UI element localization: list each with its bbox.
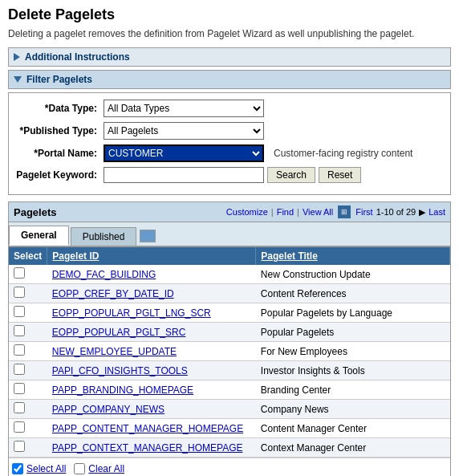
data-type-control: All Data Types Content Reference Navigat… bbox=[104, 100, 444, 117]
pagelets-title: Pagelets bbox=[14, 206, 56, 218]
published-type-label: *Published Type: bbox=[15, 125, 104, 136]
additional-instructions-header[interactable]: Additional Instructions bbox=[8, 47, 451, 67]
pagination: First 1-10 of 29 ▶ Last bbox=[355, 207, 445, 218]
pagelet-id-link[interactable]: NEW_EMPLOYEE_UPDATE bbox=[52, 346, 177, 357]
row-checkbox[interactable] bbox=[14, 421, 25, 433]
table-row: PAPI_CFO_INSIGHTS_TOOLS Investor Insight… bbox=[9, 361, 450, 380]
pagelet-id-link[interactable]: PAPP_CONTEXT_MANAGER_HOMEPAGE bbox=[52, 442, 243, 454]
row-checkbox-cell bbox=[9, 303, 47, 323]
row-checkbox-cell bbox=[9, 284, 47, 303]
col-pagelet-id-header: Pagelet ID bbox=[47, 247, 256, 265]
table-row: PAPP_CONTEXT_MANAGER_HOMEPAGE Context Ma… bbox=[9, 438, 450, 458]
published-type-select[interactable]: All Pagelets Published Unpublished bbox=[104, 122, 264, 140]
collapse-icon-additional bbox=[14, 53, 20, 61]
select-all-link[interactable]: Select All bbox=[26, 463, 66, 474]
row-checkbox[interactable] bbox=[14, 441, 25, 452]
data-type-select[interactable]: All Data Types Content Reference Navigat… bbox=[104, 100, 264, 117]
first-page-link[interactable]: First bbox=[355, 207, 372, 217]
row-checkbox[interactable] bbox=[14, 383, 25, 394]
view-all-link[interactable]: View All bbox=[303, 207, 333, 217]
tabs-row: General Published bbox=[9, 222, 450, 247]
reset-button[interactable]: Reset bbox=[319, 167, 361, 183]
row-pagelet-title: Popular Pagelets bbox=[256, 323, 450, 342]
pagelet-id-sort-link[interactable]: Pagelet ID bbox=[52, 250, 99, 262]
tab-general[interactable]: General bbox=[9, 226, 69, 246]
pagelet-title-sort-link[interactable]: Pagelet Title bbox=[261, 250, 317, 262]
pagelet-id-link[interactable]: DEMO_FAC_BUILDING bbox=[52, 269, 156, 280]
row-pagelet-id: EOPP_POPULAR_PGLT_LNG_SCR bbox=[47, 303, 256, 323]
row-checkbox-cell bbox=[9, 361, 47, 380]
table-row: EOPP_POPULAR_PGLT_SRC Popular Pagelets bbox=[9, 323, 450, 342]
pagelet-id-link[interactable]: PAPI_CFO_INSIGHTS_TOOLS bbox=[52, 365, 188, 376]
row-checkbox-cell bbox=[9, 342, 47, 361]
pagelets-header: Pagelets Customize | Find | View All ⊞ F… bbox=[9, 202, 450, 222]
row-checkbox-cell bbox=[9, 419, 47, 438]
clear-all-group: Clear All bbox=[74, 463, 124, 474]
row-checkbox[interactable] bbox=[14, 402, 25, 413]
clear-all-link[interactable]: Clear All bbox=[88, 463, 124, 474]
pagelets-table: Select Pagelet ID Pagelet Title DEMO_FAC… bbox=[9, 247, 450, 458]
pagelet-id-link[interactable]: PAPP_COMPANY_NEWS bbox=[52, 404, 165, 415]
row-pagelet-title: Investor Insights & Tools bbox=[256, 361, 450, 380]
last-page-link[interactable]: Last bbox=[429, 207, 445, 217]
pagelet-id-link[interactable]: EOPP_POPULAR_PGLT_SRC bbox=[52, 327, 186, 338]
table-row: PAPP_COMPANY_NEWS Company News bbox=[9, 400, 450, 419]
col-pagelet-title-header: Pagelet Title bbox=[256, 247, 450, 265]
customize-link[interactable]: Customize bbox=[226, 207, 268, 217]
last-page-icon: ▶ bbox=[419, 207, 425, 218]
data-type-label: *Data Type: bbox=[15, 103, 104, 114]
row-pagelet-title: Company News bbox=[256, 400, 450, 419]
row-checkbox[interactable] bbox=[14, 325, 25, 336]
row-pagelet-id: PAPP_CONTENT_MANAGER_HOMEPAGE bbox=[47, 419, 256, 438]
portal-name-select[interactable]: CUSTOMER EMPLOYEE SUPPLIER bbox=[104, 144, 264, 162]
row-pagelet-id: PAPI_CFO_INSIGHTS_TOOLS bbox=[47, 361, 256, 380]
row-checkbox-cell bbox=[9, 265, 47, 284]
row-pagelet-title: For New Employees bbox=[256, 342, 450, 361]
table-row: NEW_EMPLOYEE_UPDATE For New Employees bbox=[9, 342, 450, 361]
pagelet-id-link[interactable]: PAPP_BRANDING_HOMEPAGE bbox=[52, 384, 193, 396]
pagelet-id-link[interactable]: EOPP_CREF_BY_DATE_ID bbox=[52, 288, 174, 299]
row-checkbox[interactable] bbox=[14, 306, 25, 317]
row-checkbox[interactable] bbox=[14, 267, 25, 279]
published-type-row: *Published Type: All Pagelets Published … bbox=[15, 122, 444, 140]
table-row: PAPP_BRANDING_HOMEPAGE Branding Center bbox=[9, 380, 450, 400]
row-checkbox[interactable] bbox=[14, 287, 25, 298]
clear-all-checkbox[interactable] bbox=[74, 463, 85, 474]
published-type-control: All Pagelets Published Unpublished bbox=[104, 122, 444, 140]
pagelets-section: Pagelets Customize | Find | View All ⊞ F… bbox=[8, 201, 451, 476]
tab-grid-icon[interactable] bbox=[140, 230, 156, 242]
additional-instructions-label: Additional Instructions bbox=[25, 51, 130, 63]
row-checkbox-cell bbox=[9, 400, 47, 419]
portal-name-label: *Portal Name: bbox=[15, 148, 104, 159]
row-pagelet-title: Content References bbox=[256, 284, 450, 303]
row-pagelet-id: PAPP_CONTEXT_MANAGER_HOMEPAGE bbox=[47, 438, 256, 458]
table-row: PAPP_CONTENT_MANAGER_HOMEPAGE Content Ma… bbox=[9, 419, 450, 438]
filter-section-label: Filter Pagelets bbox=[26, 74, 92, 85]
row-pagelet-title: Context Manager Center bbox=[256, 438, 450, 458]
find-link[interactable]: Find bbox=[277, 207, 294, 217]
search-button[interactable]: Search bbox=[267, 167, 315, 183]
row-checkbox[interactable] bbox=[14, 364, 25, 375]
table-row: EOPP_CREF_BY_DATE_ID Content References bbox=[9, 284, 450, 303]
pagelet-id-link[interactable]: EOPP_POPULAR_PGLT_LNG_SCR bbox=[52, 307, 211, 319]
filter-section: *Data Type: All Data Types Content Refer… bbox=[8, 92, 451, 195]
row-pagelet-id: EOPP_CREF_BY_DATE_ID bbox=[47, 284, 256, 303]
page-title: Delete Pagelets bbox=[8, 6, 451, 23]
row-pagelet-title: Content Manager Center bbox=[256, 419, 450, 438]
pagelets-toolbar: Customize | Find | View All bbox=[226, 207, 333, 217]
portal-name-row: *Portal Name: CUSTOMER EMPLOYEE SUPPLIER… bbox=[15, 144, 444, 162]
filter-section-header[interactable]: Filter Pagelets bbox=[8, 70, 451, 89]
select-all-checkbox[interactable] bbox=[12, 463, 23, 474]
data-type-row: *Data Type: All Data Types Content Refer… bbox=[15, 100, 444, 117]
pagelet-keyword-input[interactable] bbox=[104, 167, 264, 183]
grid-icon[interactable]: ⊞ bbox=[338, 205, 351, 218]
row-checkbox[interactable] bbox=[14, 344, 25, 356]
row-pagelet-title: Popular Pagelets by Language bbox=[256, 303, 450, 323]
row-checkbox-cell bbox=[9, 438, 47, 458]
row-pagelet-id: DEMO_FAC_BUILDING bbox=[47, 265, 256, 284]
row-checkbox-cell bbox=[9, 380, 47, 400]
pagelet-id-link[interactable]: PAPP_CONTENT_MANAGER_HOMEPAGE bbox=[52, 423, 243, 434]
row-checkbox-cell bbox=[9, 323, 47, 342]
col-select-header: Select bbox=[9, 247, 47, 265]
tab-published[interactable]: Published bbox=[71, 227, 137, 246]
